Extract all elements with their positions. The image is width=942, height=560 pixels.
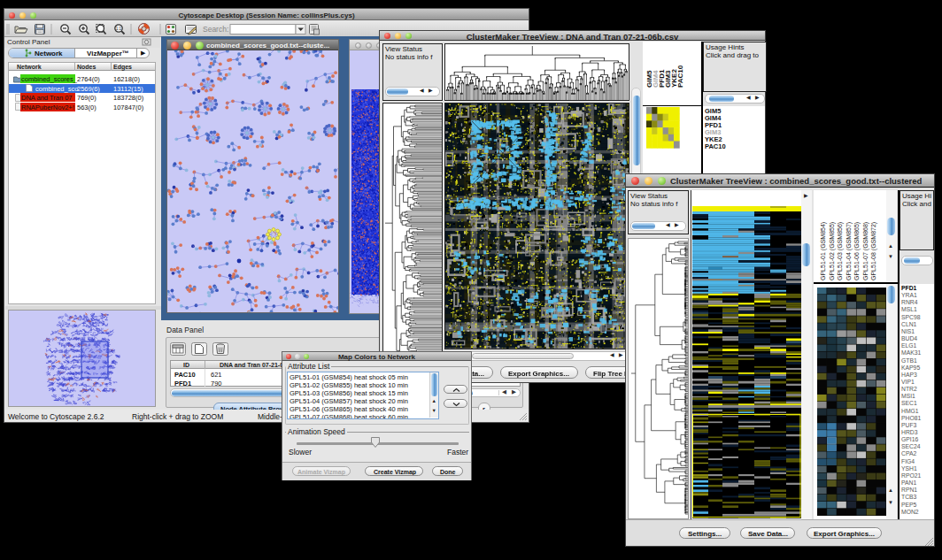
svg-text:GPL51-07 (GSM868): GPL51-07 (GSM868)	[862, 222, 869, 280]
svg-text:PAC10: PAC10	[676, 65, 684, 88]
svg-text:GPL51-08 (GSM872): GPL51-08 (GSM872)	[870, 222, 877, 280]
svg-text:GPL51-01 (GSM854): GPL51-01 (GSM854)	[820, 222, 827, 280]
svg-text:Search:: Search:	[203, 25, 228, 34]
svg-text:1:1: 1:1	[116, 27, 122, 31]
svg-text:GPL51-03 (GSM856): GPL51-03 (GSM856)	[837, 222, 844, 280]
svg-text:GPL51-04 (GSM857): GPL51-04 (GSM857)	[845, 222, 853, 280]
svg-text:GPL51-02 (GSM855): GPL51-02 (GSM855)	[829, 222, 836, 280]
svg-text:GPL51-06 (GSM865): GPL51-06 (GSM865)	[853, 222, 861, 280]
